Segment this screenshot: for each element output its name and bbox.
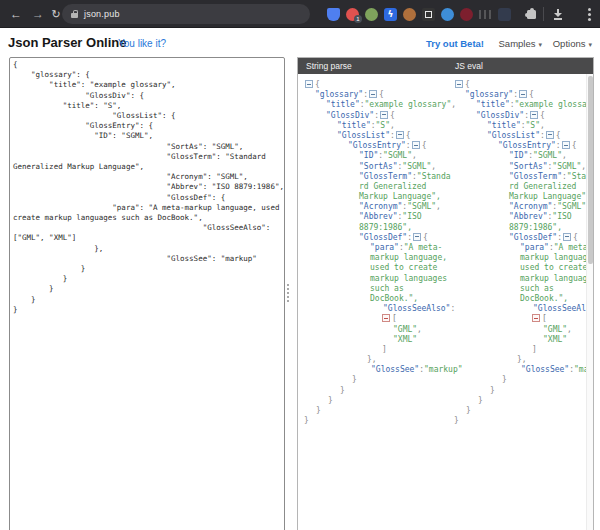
download-icon[interactable] <box>551 7 564 20</box>
json-value: DocBook.", <box>370 294 418 303</box>
json-value: "SGML" <box>402 162 431 171</box>
tree-line: "glossary":{ <box>304 90 454 100</box>
collapse-icon[interactable] <box>530 111 538 119</box>
tree-line: "title":"S", <box>304 121 454 131</box>
pause-extension-icon[interactable] <box>479 8 492 21</box>
leaf-extension-icon[interactable] <box>365 8 378 21</box>
editor-resize-grip[interactable] <box>287 284 289 286</box>
collapse-icon[interactable] <box>413 233 421 241</box>
collapse-icon[interactable] <box>305 80 313 88</box>
json-punct: : <box>406 141 411 150</box>
json-punct: : <box>407 233 412 242</box>
collapse-icon[interactable] <box>562 141 570 149</box>
puzzle-body <box>527 10 536 19</box>
json-value: such as <box>520 284 554 293</box>
forward-icon[interactable]: → <box>30 6 46 22</box>
json-punct: }, <box>367 355 377 364</box>
json-punct: } <box>502 375 507 384</box>
tree-line: "ID":"SGML", <box>454 151 594 161</box>
tree-line: ] <box>304 345 454 355</box>
json-value: "SGML" <box>557 202 586 211</box>
json-value: "GML" <box>543 325 567 334</box>
inactive-extension-icon[interactable] <box>498 8 511 21</box>
like-link[interactable]: You like it? <box>118 38 166 49</box>
json-punct: : <box>556 141 561 150</box>
address-bar[interactable]: json.pub <box>62 4 310 24</box>
json-value: "ISO <box>402 212 421 221</box>
tree-line: DocBook.", <box>454 294 594 304</box>
screenshot-extension-icon[interactable] <box>422 8 435 21</box>
results-scrollbar[interactable] <box>586 74 593 530</box>
collapse-icon[interactable] <box>412 141 420 149</box>
bolt-extension-icon[interactable]: ϟ <box>384 8 397 21</box>
alert-extension-icon[interactable]: 1 <box>346 8 359 21</box>
collapse-icon[interactable] <box>369 90 377 98</box>
globe-extension-icon[interactable] <box>441 8 454 21</box>
extension-icons-area: 1ϟ <box>327 7 511 21</box>
json-key: "GlossDef" <box>359 233 407 242</box>
json-punct: { <box>572 141 577 150</box>
collapse-icon[interactable] <box>546 131 554 139</box>
tree-line: } <box>304 375 454 385</box>
json-value: markup language, <box>370 253 447 262</box>
site-title: Json Parser Online <box>8 35 127 50</box>
collapse-icon[interactable] <box>519 90 527 98</box>
tree-line: "GlossEntry":{ <box>304 141 454 151</box>
extensions-menu-icon[interactable] <box>524 7 537 20</box>
json-value: markup languages <box>370 274 447 283</box>
array-collapse-icon[interactable] <box>532 314 540 322</box>
json-punct: } <box>466 406 471 415</box>
media-extension-icon[interactable] <box>460 8 473 21</box>
tree-line: } <box>454 375 594 385</box>
samples-menu[interactable]: Samples▾ <box>499 38 542 49</box>
json-value: "ISO <box>552 212 571 221</box>
json-key: "glossary" <box>315 90 363 99</box>
collapse-icon[interactable] <box>563 233 571 241</box>
json-value: "example glossary" <box>515 100 594 109</box>
json-key: "SortAs" <box>509 162 548 171</box>
json-key: "GlossTerm" <box>359 172 412 181</box>
json-punct: { <box>529 90 534 99</box>
tree-line: ] <box>454 345 594 355</box>
json-value: "A meta- <box>404 243 443 252</box>
back-icon[interactable]: ← <box>8 6 24 22</box>
json-punct: } <box>304 416 309 425</box>
json-punct: , <box>417 325 422 334</box>
json-punct: }, <box>517 355 527 364</box>
json-value: markup languages <box>520 274 594 283</box>
tree-line: "GlossTerm":"Standa <box>304 172 454 182</box>
json-punct: } <box>454 416 459 425</box>
beta-link[interactable]: Try out Beta! <box>426 38 484 49</box>
collapse-icon[interactable] <box>380 111 388 119</box>
tree-line: "Abbrev":"ISO <box>454 212 594 222</box>
tree-line: markup languages <box>304 274 454 284</box>
json-value: used to create <box>370 263 437 272</box>
tree-line: "GlossSeeAlso": <box>454 304 594 314</box>
shield-extension-icon[interactable] <box>327 8 340 21</box>
json-punct: ] <box>532 345 537 354</box>
tree-line: } <box>304 396 454 406</box>
json-punct: : <box>390 131 395 140</box>
tree-line: "title":"example glossary", <box>304 100 454 110</box>
json-value: "Standa <box>417 172 451 181</box>
collapse-icon[interactable] <box>455 80 463 88</box>
scrollbar-thumb[interactable] <box>588 76 593 264</box>
json-input-editor[interactable]: { "glossary": { "title": "example glossa… <box>9 57 285 530</box>
url-text: json.pub <box>84 9 120 19</box>
collapse-icon[interactable] <box>396 131 404 139</box>
tree-line: Markup Language", <box>304 192 454 202</box>
json-value: "SGML" <box>407 202 436 211</box>
tree-line: "GlossSee":"markup" <box>454 365 594 375</box>
browser-menu-icon[interactable] <box>588 8 591 11</box>
json-punct: ] <box>382 345 387 354</box>
cookie-extension-icon[interactable] <box>403 8 416 21</box>
options-menu[interactable]: Options▾ <box>553 38 592 49</box>
tree-line: "Abbrev":"ISO <box>304 212 454 222</box>
json-value: "XML" <box>543 335 567 344</box>
array-collapse-icon[interactable] <box>382 314 390 322</box>
tree-line: } <box>454 416 594 426</box>
json-key: "GlossSeeAlso" <box>533 304 594 313</box>
json-punct: : <box>557 233 562 242</box>
json-key: "Acronym" <box>509 202 552 211</box>
json-value: used to create <box>520 263 587 272</box>
